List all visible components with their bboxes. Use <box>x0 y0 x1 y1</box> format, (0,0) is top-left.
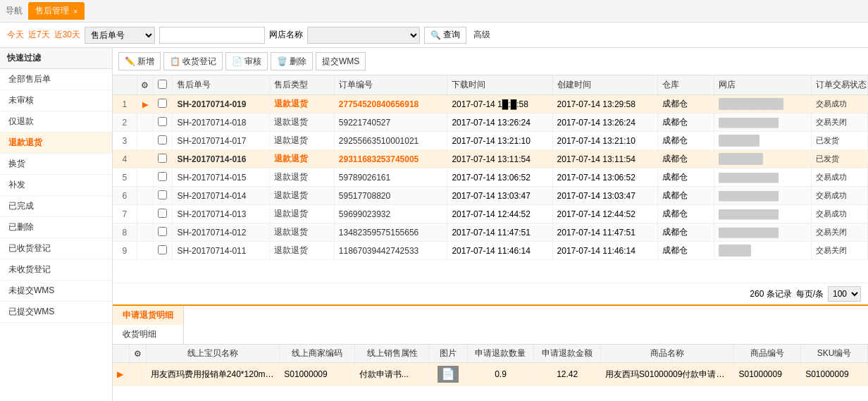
cell-check[interactable] <box>153 168 173 187</box>
table-row[interactable]: 8 SH-20170714-012 退款退货 13482359575155656… <box>113 223 868 242</box>
cell-type: 退款退货 <box>270 168 335 187</box>
search-input[interactable] <box>159 27 265 44</box>
table-row[interactable]: 9 SH-20170714-011 退款退货 11867039442742533… <box>113 242 868 260</box>
sidebar-item-completed[interactable]: 已完成 <box>0 196 112 217</box>
bottom-tab-receive-detail[interactable]: 收货明细 <box>113 325 184 344</box>
cell-check[interactable] <box>153 187 173 205</box>
cell-warehouse: 成都仓 <box>657 242 714 260</box>
bth-gear[interactable]: ⚙ <box>130 345 147 363</box>
th-gear[interactable]: ⚙ <box>137 75 153 95</box>
cell-check[interactable] <box>153 242 173 260</box>
cell-check[interactable] <box>153 205 173 223</box>
shop-select[interactable] <box>307 27 420 44</box>
sidebar-item-supplement[interactable]: 补发 <box>0 175 112 196</box>
table-row[interactable]: 1 ▶ SH-20170714-019 退款退货 277545208406569… <box>113 95 868 113</box>
advanced-button[interactable]: 高级 <box>471 27 493 42</box>
bottom-table-row[interactable]: ▶ 用友西玛费用报销单240*120mm审... S01000009 付款申请书… <box>113 363 868 386</box>
th-status: 订单交易状态 <box>811 75 867 95</box>
nav-label: 导航 <box>6 5 23 17</box>
nav-tab-label: 售后管理 <box>35 5 69 17</box>
query-button[interactable]: 🔍 查询 <box>424 27 466 44</box>
cell-check[interactable] <box>153 223 173 242</box>
pagination-bar: 260 条记录 每页/条 100 50 20 <box>113 283 868 304</box>
submit-wms-label: 提交WMS <box>322 56 359 68</box>
sidebar-item-submitted-wms[interactable]: 已提交WMS <box>0 302 112 323</box>
cell-warehouse: 成都仓 <box>657 132 714 150</box>
select-all-checkbox[interactable] <box>158 80 167 89</box>
cell-type: 退款退货 <box>270 132 335 150</box>
cell-num: 9 <box>113 242 137 260</box>
sidebar-item-not-received[interactable]: 未收货登记 <box>0 259 112 280</box>
cell-ctime: 2017-07-14 11:46:14 <box>552 242 657 260</box>
cell-warehouse: 成都仓 <box>657 205 714 223</box>
table-row[interactable]: 3 SH-20170714-017 退款退货 29255663510001021… <box>113 132 868 150</box>
cell-dltime: 2017-07-14 13:11:54 <box>447 150 552 168</box>
bth-flag <box>113 345 130 363</box>
cell-num: 4 <box>113 150 137 168</box>
delete-button[interactable]: 🗑️ 删除 <box>271 52 313 70</box>
nav-tab-aftersale[interactable]: 售后管理 × <box>28 2 85 20</box>
table-row[interactable]: 2 SH-20170714-018 退款退货 59221740527 2017-… <box>113 113 868 132</box>
table-row[interactable]: 5 SH-20170714-015 退款退货 59789026161 2017-… <box>113 168 868 187</box>
audit-label: 审核 <box>244 56 261 68</box>
sidebar-item-not-wms[interactable]: 未提交WMS <box>0 280 112 302</box>
sidebar-item-refund-only[interactable]: 仅退款 <box>0 111 112 132</box>
sidebar-item-deleted[interactable]: 已删除 <box>0 217 112 238</box>
cell-check[interactable] <box>153 132 173 150</box>
cell-orderno: 27754520840656918 <box>334 95 447 113</box>
cell-orderno: 29311683253745005 <box>334 150 447 168</box>
cell-warehouse: 成都仓 <box>657 150 714 168</box>
filter-today[interactable]: 今天 <box>7 29 24 41</box>
cell-orderno: 59789026161 <box>334 168 447 187</box>
cell-orderno: 29255663510001021 <box>334 132 447 150</box>
main-table-wrap[interactable]: ⚙ 售后单号 售后类型 订单编号 下载时间 创建时间 仓库 网店 订单交易状态 <box>113 75 868 283</box>
cell-num: 3 <box>113 132 137 150</box>
submit-wms-button[interactable]: 提交WMS <box>316 52 366 70</box>
sidebar-item-refund-return[interactable]: 退款退货 <box>0 132 112 154</box>
sidebar-item-received[interactable]: 已收货登记 <box>0 238 112 259</box>
filter-7days[interactable]: 近7天 <box>28 29 50 41</box>
per-page-select[interactable]: 100 50 20 <box>828 286 861 302</box>
cell-afterno: SH-20170714-011 <box>173 242 270 260</box>
cell-afterno: SH-20170714-013 <box>173 205 270 223</box>
cell-num: 8 <box>113 223 137 242</box>
bth-skuno: SKU编号 <box>801 345 868 363</box>
close-icon[interactable]: × <box>73 7 78 16</box>
cell-check[interactable] <box>153 150 173 168</box>
bcell-skuno: S01000009 <box>801 363 868 386</box>
sidebar-item-exchange[interactable]: 换货 <box>0 154 112 175</box>
bth-goodsno: 商品编号 <box>734 345 801 363</box>
cell-ctime: 2017-07-14 13:29:58 <box>552 95 657 113</box>
cell-check[interactable] <box>153 113 173 132</box>
sidebar-item-pending[interactable]: 未审核 <box>0 90 112 111</box>
receive-button[interactable]: 📋 收货登记 <box>163 52 223 70</box>
bottom-table-wrap[interactable]: ⚙ 线上宝贝名称 线上商家编码 线上销售属性 图片 申请退款数量 申请退款金额 … <box>113 345 868 401</box>
cell-orderno: 59221740527 <box>334 113 447 132</box>
cell-num: 6 <box>113 187 137 205</box>
toolbar: ✏️ 新增 📋 收货登记 📄 审核 🗑️ 删除 提交WMS <box>113 48 868 75</box>
shop-label: 网店名称 <box>269 29 303 41</box>
field-select[interactable]: 售后单号 <box>85 27 155 44</box>
gear-icon[interactable]: ⚙ <box>142 80 149 90</box>
cell-afterno: SH-20170714-017 <box>173 132 270 150</box>
cell-num: 1 <box>113 95 137 113</box>
audit-button[interactable]: 📄 审核 <box>225 52 268 70</box>
main-table-body: 1 ▶ SH-20170714-019 退款退货 277545208406569… <box>113 95 868 260</box>
table-row[interactable]: 6 SH-20170714-014 退款退货 59517708820 2017-… <box>113 187 868 205</box>
cell-check[interactable] <box>153 95 173 113</box>
cell-flag <box>137 113 153 132</box>
cell-shop: ██████████ <box>714 168 811 187</box>
table-row[interactable]: 4 SH-20170714-016 退款退货 29311683253745005… <box>113 150 868 168</box>
filter-30days[interactable]: 近30天 <box>54 29 80 41</box>
bth-saleattr: 线上销售属性 <box>354 345 430 363</box>
sidebar-item-all[interactable]: 全部售后单 <box>0 69 112 90</box>
add-button[interactable]: ✏️ 新增 <box>118 52 161 70</box>
cell-shop: 苏██████ <box>714 150 811 168</box>
bottom-tab-refund-detail[interactable]: 申请退货明细 <box>113 306 184 325</box>
cell-ctime: 2017-07-14 12:44:52 <box>552 205 657 223</box>
cell-type: 退款退货 <box>270 187 335 205</box>
cell-shop: 苏██寿██ <box>714 132 811 150</box>
add-icon: ✏️ <box>125 56 135 66</box>
table-row[interactable]: 7 SH-20170714-013 退款退货 59699023932 2017-… <box>113 205 868 223</box>
th-ctime: 创建时间 <box>552 75 657 95</box>
